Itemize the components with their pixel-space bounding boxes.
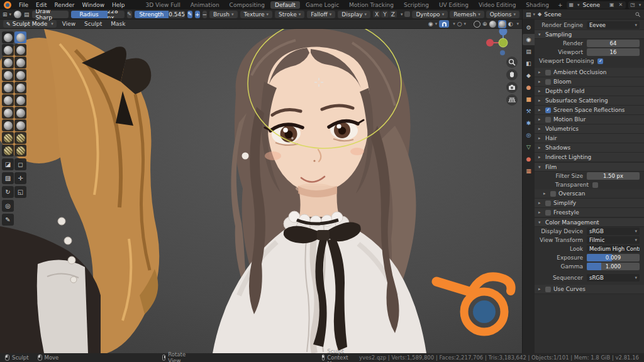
add-mode-button[interactable]: + — [195, 11, 200, 18]
brush-layer[interactable] — [2, 57, 14, 69]
menu-window[interactable]: Window — [79, 2, 109, 8]
brush-elastic-deform[interactable] — [2, 119, 14, 131]
render-engine-select[interactable]: Eevee▾ — [587, 21, 640, 29]
section-subsurface-scattering[interactable]: ▸Subsurface Scattering — [535, 96, 644, 106]
tool-mesh-filter[interactable]: ▨ — [2, 172, 14, 184]
strength-slider[interactable]: Strength 0.545 — [135, 11, 185, 18]
view-transform-select[interactable]: Filmic▾ — [587, 236, 640, 244]
workspace-tab-motion-tracking[interactable]: Motion Tracking — [345, 1, 398, 9]
tab-render[interactable]: ◉ — [523, 34, 535, 45]
tool-transform[interactable]: ◎ — [2, 200, 14, 212]
new-scene-icon[interactable]: ▣ — [608, 2, 616, 8]
section-shadows[interactable]: ▸Shadows — [535, 143, 644, 153]
tab-output[interactable]: ▤ — [523, 46, 535, 57]
brush-preview-icon[interactable] — [14, 11, 21, 18]
exposure-slider[interactable]: 0.009 — [587, 254, 640, 261]
section-screen-space-reflections[interactable]: ▸✓Screen Space Reflections — [535, 106, 644, 115]
brush-fill[interactable] — [2, 94, 14, 106]
brush-smooth[interactable] — [2, 82, 14, 94]
editor-type-icon[interactable]: ▤▾ — [526, 11, 535, 18]
checkbox-screen-space-reflections[interactable]: ✓ — [545, 107, 551, 113]
brush-scrape[interactable] — [14, 94, 26, 106]
tab-object-data[interactable]: ▽ — [523, 141, 535, 153]
section-overscan[interactable]: ▸ Overscan — [535, 189, 644, 199]
remesh-menu[interactable]: Remesh▾ — [450, 11, 484, 18]
brush-name-field[interactable]: Draw Sharp — [32, 11, 69, 18]
tab-modifiers[interactable]: ⚒ — [523, 106, 535, 117]
editor-type-icon[interactable]: ⊞▾ — [3, 11, 11, 18]
subtract-mode-button[interactable]: − — [203, 11, 208, 18]
checkbox-motion-blur[interactable] — [545, 117, 551, 123]
brush-nudge[interactable] — [2, 145, 14, 156]
section-ambient-occlusion[interactable]: ▸Ambient Occlusion — [535, 68, 644, 77]
menu-mask[interactable]: Mask — [109, 21, 127, 27]
shading-material-icon[interactable] — [489, 21, 496, 28]
mirror-axis-y[interactable]: Y — [381, 11, 389, 18]
perspective-toggle-button[interactable] — [506, 94, 518, 106]
menu-stroke[interactable]: Stroke▾ — [275, 11, 304, 18]
section-bloom[interactable]: ▸Bloom — [535, 77, 644, 87]
workspace-tab-video-editing[interactable]: Video Editing — [474, 1, 520, 9]
section-volumetrics[interactable]: ▸Volumetrics — [535, 124, 644, 134]
sampling-viewport-slider[interactable]: 16 — [587, 48, 640, 56]
overscan-checkbox[interactable] — [550, 191, 556, 197]
tab-active-tool[interactable]: ⚙ — [523, 22, 535, 33]
tab-scene[interactable]: ◆ — [523, 70, 535, 81]
panel-film[interactable]: ▾ Film — [535, 162, 644, 172]
scene-selector[interactable]: ▦ ▾ Scene ▣ ✕ — [567, 1, 626, 9]
section-motion-blur[interactable]: ▸Motion Blur — [535, 115, 644, 124]
menu-view[interactable]: View — [60, 21, 77, 27]
look-select[interactable]: Medium High Contrast▾ — [587, 245, 640, 253]
shading-solid-icon[interactable]: ⊕ — [482, 21, 487, 27]
tool-box-hide[interactable]: ◻ — [14, 158, 26, 170]
options-menu[interactable]: Options▾ — [486, 11, 519, 18]
brush-clay-strips[interactable] — [14, 44, 26, 56]
dyntopo-menu[interactable]: Dyntopo▾ — [412, 11, 448, 18]
blender-app-icon[interactable] — [4, 1, 11, 9]
workspace-tab-animation[interactable]: Animation — [186, 1, 224, 9]
mirror-axis-x[interactable]: X — [373, 11, 380, 18]
tool-annotate[interactable]: ✎ — [2, 214, 14, 226]
workspace-tab-default[interactable]: Default — [270, 1, 300, 9]
checkbox-ambient-occlusion[interactable] — [545, 70, 551, 75]
menu-texture[interactable]: Texture▾ — [240, 11, 272, 18]
tool-move[interactable]: ✛ — [14, 172, 26, 184]
layer-browse-icon[interactable]: ◳ — [630, 2, 635, 8]
menu-edit[interactable]: Edit — [32, 2, 50, 8]
view-layer-selector[interactable]: ◳ ▾ model ▣ ✕ — [628, 1, 644, 9]
brush-flatten[interactable] — [14, 82, 26, 94]
pivot-point-icon[interactable]: ◉▾ — [428, 21, 437, 27]
freestyle-checkbox[interactable] — [545, 210, 551, 216]
brush-draw[interactable] — [2, 31, 14, 43]
shading-wireframe-icon[interactable] — [474, 21, 480, 28]
tab-world[interactable]: ● — [523, 82, 535, 93]
scene-browse-icon[interactable]: ▦ — [569, 2, 574, 8]
menu-file[interactable]: File — [15, 2, 32, 8]
section-use-curves[interactable]: ▸ Use Curves — [535, 285, 644, 294]
proportional-edit-icon[interactable]: ○▾ — [457, 21, 466, 27]
viewport-3d[interactable]: ◪◻▨✛↻◱◎✎ — [0, 29, 522, 353]
scene-name[interactable]: Scene — [582, 2, 606, 8]
radius-slider[interactable]: Radius 228 px — [71, 11, 125, 18]
sequencer-select[interactable]: sRGB▾ — [587, 274, 640, 282]
viewport-canvas[interactable] — [0, 29, 522, 353]
workspace-tab-3d-view-full[interactable]: 3D View Full — [142, 1, 185, 9]
workspace-tab-scripting[interactable]: Scripting — [399, 1, 433, 9]
add-workspace-button[interactable]: + — [555, 2, 566, 8]
camera-view-button[interactable] — [506, 82, 518, 93]
tool-box-mask[interactable]: ◪ — [2, 158, 14, 170]
tool-rotate[interactable]: ↻ — [2, 186, 14, 198]
section-depth-of-field[interactable]: ▸Depth of Field — [535, 87, 644, 96]
brush-draw-sharp[interactable] — [14, 31, 26, 43]
section-freestyle[interactable]: ▸ Freestyle — [535, 208, 644, 217]
brush-rotate[interactable] — [14, 145, 26, 156]
mirror-axis-z[interactable]: Z — [389, 11, 397, 18]
brush-crease[interactable] — [14, 69, 26, 81]
checkbox-bloom[interactable] — [545, 79, 551, 85]
use-curves-checkbox[interactable] — [545, 287, 551, 292]
brush-pose[interactable] — [14, 132, 26, 144]
brush-pinch[interactable] — [2, 107, 14, 119]
viewport-denoising-checkbox[interactable]: ✓ — [597, 58, 603, 64]
display-device-select[interactable]: sRGB▾ — [587, 228, 640, 235]
search-icon[interactable] — [635, 11, 641, 18]
